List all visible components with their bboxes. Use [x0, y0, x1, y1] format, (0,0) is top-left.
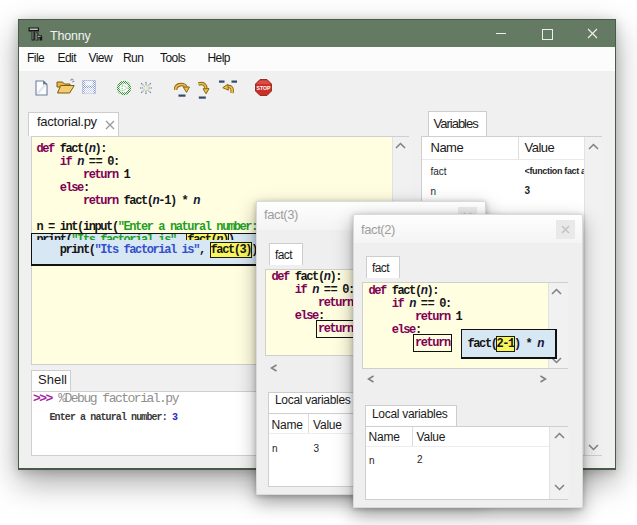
svg-text:STOP: STOP — [256, 85, 271, 91]
